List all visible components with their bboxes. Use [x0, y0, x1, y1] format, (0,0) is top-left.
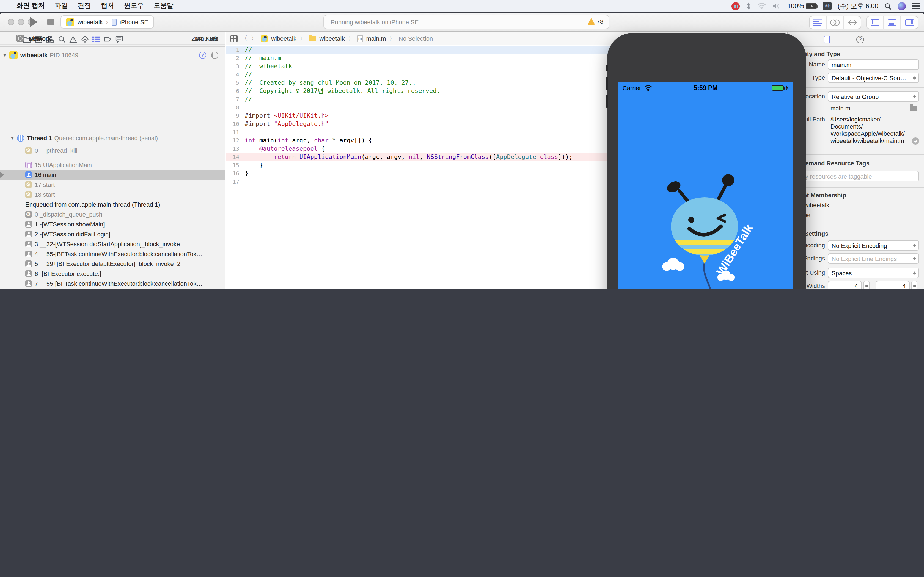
standard-editor-button[interactable] — [809, 16, 827, 29]
target-row[interactable]: wibeetalk — [804, 201, 829, 211]
folder-icon[interactable] — [910, 105, 918, 111]
frame-icon — [25, 191, 32, 198]
full-path-text: /Users/logicmaker/ Documents/ WorkspaceA… — [830, 116, 916, 145]
ios-simulator-window: WiBeeTalk 우리은행 WOORI BANK Carrier 5:59 P… — [607, 33, 806, 288]
notification-center-icon[interactable] — [912, 3, 919, 9]
menu-item[interactable]: 편집 — [78, 1, 91, 10]
menu-items: 화면 캡처파일편집캡처윈도우도움말 — [8, 1, 173, 10]
battery-status[interactable]: 100% — [787, 2, 817, 10]
scheme-device-name: iPhone SE — [120, 19, 148, 25]
file-inspector-tab[interactable] — [824, 35, 830, 43]
target-membership-list: wibeetalkse — [804, 201, 829, 221]
breadcrumb-file[interactable]: main.m — [366, 35, 386, 42]
name-field[interactable]: main.m — [828, 60, 919, 70]
location-dropdown[interactable]: Relative to Group — [828, 91, 919, 102]
volume-up-button — [606, 77, 608, 90]
menu-item[interactable]: 파일 — [55, 1, 68, 10]
quick-help-tab[interactable]: ? — [856, 35, 864, 43]
threads-view-icon[interactable] — [211, 52, 218, 58]
stack-frame-row[interactable]: 7 __55-[BFTask continueWithExecutor:bloc… — [0, 279, 225, 288]
indent-width-stepper[interactable] — [911, 281, 918, 288]
back-button[interactable]: 〈 — [241, 34, 247, 43]
menu-item[interactable]: 화면 캡처 — [16, 1, 45, 10]
warning-count[interactable]: 78 — [587, 18, 604, 25]
disclosure-triangle[interactable]: ▼ — [10, 135, 15, 141]
macos-menu-bar: 화면 캡처파일편집캡처윈도우도움말 m 100% 한 (수) 오후 6:00 — [0, 0, 924, 12]
stack-frame-row[interactable]: 16 main — [0, 170, 225, 180]
warning-icon — [587, 18, 595, 25]
stack-frame-list: 0 __pthread_kill 15 UIApplicationMain — [0, 146, 225, 288]
bluetooth-icon[interactable] — [746, 2, 751, 10]
stack-frame-row[interactable] — [0, 156, 225, 160]
stack-frame-row[interactable]: Enqueued from com.apple.main-thread (Thr… — [0, 200, 225, 210]
resource-tags-field[interactable]: Only resources are taggable — [792, 171, 919, 181]
stack-frame-row[interactable]: 0 _dispatch_queue_push — [0, 210, 225, 219]
toggle-navigator-button[interactable] — [867, 16, 884, 29]
toggle-debug-area-button[interactable] — [884, 16, 901, 29]
stop-button[interactable] — [47, 19, 54, 25]
simulator-screen: WiBeeTalk 우리은행 WOORI BANK Carrier 5:59 P… — [618, 82, 793, 288]
screen-root: 화면 캡처파일편집캡처윈도우도움말 m 100% 한 (수) 오후 6:00 — [0, 0, 924, 288]
breadcrumb-selection[interactable]: No Selection — [399, 35, 433, 42]
app-icon — [66, 18, 74, 26]
mute-switch — [606, 65, 608, 71]
stack-frame-row[interactable]: 6 -[BFExecutor execute:] — [0, 269, 225, 279]
frame-icon — [25, 181, 32, 188]
utilities-panel: ? Identity and Type Name main.m Type Def… — [787, 32, 924, 288]
toggle-inspector-button[interactable] — [901, 16, 918, 29]
breadcrumb-group[interactable]: wibeetalk — [320, 35, 345, 42]
target-row[interactable]: se — [804, 211, 829, 221]
run-button[interactable] — [30, 17, 37, 27]
minimize-window-button[interactable] — [18, 19, 24, 25]
menu-item[interactable]: 도움말 — [154, 1, 173, 10]
menubar-clock[interactable]: (수) 오후 6:00 — [838, 2, 878, 11]
input-source-icon[interactable]: 한 — [823, 2, 832, 10]
inspector-tab-bar: ? — [788, 32, 924, 47]
encoding-dropdown[interactable]: No Explicit Encoding — [828, 240, 919, 251]
stack-frame-row[interactable]: 17 start — [0, 180, 225, 190]
stack-frame-row[interactable]: 2 -[WTSession didFailLogin] — [0, 229, 225, 239]
indent-width-field[interactable]: 4 — [876, 281, 910, 288]
activity-status-text: Running wibeetalk on iPhone SE — [331, 19, 418, 25]
frame-icon — [25, 241, 32, 247]
close-window-button[interactable] — [8, 19, 14, 25]
tab-width-stepper[interactable] — [864, 281, 869, 288]
tab-width-field[interactable]: 4 — [828, 281, 862, 288]
version-editor-button[interactable] — [844, 16, 861, 29]
wifi-off-icon[interactable] — [758, 3, 766, 9]
battery-icon — [806, 3, 817, 9]
menu-item[interactable]: 캡처 — [101, 1, 114, 10]
process-pid: PID 10649 — [50, 52, 78, 58]
related-items-icon[interactable] — [231, 35, 237, 42]
panel-toggle-buttons — [866, 16, 919, 29]
stack-frame-row[interactable]: 3 __32-[WTSession didStartApplication]_b… — [0, 239, 225, 249]
type-dropdown[interactable]: Default - Objective-C Sou… — [828, 73, 919, 83]
thread-queue: Queue: com.apple.main-thread (serial) — [55, 135, 158, 141]
thread-row[interactable]: ▼ Thread 1 Queue: com.apple.main-thread … — [0, 132, 225, 143]
stack-frame-row[interactable]: 18 start — [0, 190, 225, 200]
menu-item[interactable]: 윈도우 — [124, 1, 144, 10]
simulator-battery — [772, 85, 789, 91]
frame-icon — [25, 221, 32, 227]
open-path-arrow-icon[interactable]: ➔ — [912, 137, 919, 145]
assistant-editor-button[interactable] — [827, 16, 844, 29]
stack-frame-row[interactable]: 1 -[WTSession showMain] — [0, 219, 225, 229]
indent-using-dropdown[interactable]: Spaces — [828, 268, 919, 278]
stack-frame-row[interactable]: 0 __pthread_kill — [0, 146, 225, 156]
gauge-row[interactable]: Network Zero KB/s — [0, 32, 225, 45]
objc-file-icon: m — [357, 35, 363, 42]
process-row[interactable]: ▼ wibeetalk PID 10649 — [0, 49, 225, 61]
stack-frame-row[interactable]: 15 UIApplicationMain — [0, 160, 225, 170]
scheme-selector[interactable]: wibeetalk › iPhone SE — [60, 15, 154, 29]
volume-icon[interactable] — [772, 3, 781, 9]
siri-icon[interactable] — [898, 2, 906, 10]
line-endings-dropdown[interactable]: No Explicit Line Endings — [828, 253, 919, 264]
forward-button[interactable]: 〉 — [251, 34, 257, 43]
breadcrumb-project[interactable]: wibeetalk — [271, 35, 296, 42]
spotlight-icon[interactable] — [884, 2, 892, 10]
stack-frame-row[interactable]: 5 __29+[BFExecutor defaultExecutor]_bloc… — [0, 259, 225, 269]
disclosure-triangle[interactable]: ▼ — [2, 52, 7, 58]
menubar-app-icon[interactable]: m — [732, 2, 740, 10]
gauge-icon[interactable] — [199, 52, 206, 58]
stack-frame-row[interactable]: 4 __55-[BFTask continueWithExecutor:bloc… — [0, 249, 225, 259]
